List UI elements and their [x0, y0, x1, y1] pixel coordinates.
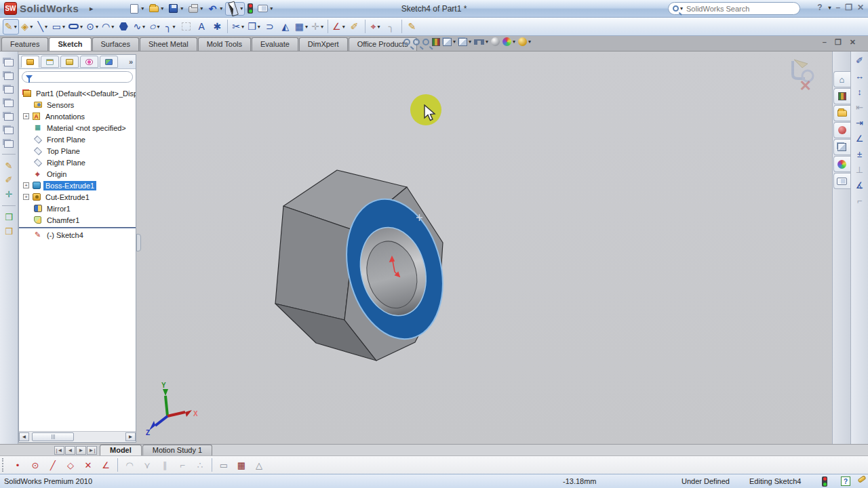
baseline-dimension-icon[interactable]: ⇤: [856, 102, 863, 115]
edit-appearance-button[interactable]: [491, 37, 500, 46]
horizontal-vertical-snap-icon[interactable]: ⌐: [174, 458, 191, 472]
dropdown-arrow[interactable]: ▾: [513, 39, 515, 45]
quick-tips-help-icon[interactable]: ?: [841, 476, 850, 486]
save-button[interactable]: ▾: [166, 2, 184, 16]
bottom-view-icon[interactable]: [4, 140, 14, 148]
new-document-button[interactable]: ▾: [127, 2, 145, 16]
mirror-entities-button[interactable]: ◭: [278, 19, 293, 35]
pattern-ghost-button[interactable]: [178, 19, 193, 35]
dropdown-arrow[interactable]: ▾: [30, 24, 33, 30]
undo-button[interactable]: ↶▾: [205, 2, 224, 16]
left-view-icon[interactable]: [4, 100, 14, 107]
tabs-overflow-icon[interactable]: »: [129, 58, 133, 66]
tree-horizontal-scrollbar[interactable]: ◄ ►: [19, 431, 136, 441]
previous-tab-button[interactable]: ◄: [65, 446, 75, 455]
close-button[interactable]: ✕: [857, 3, 864, 12]
tree-item-boss-extrude1[interactable]: +Boss-Extrude1: [19, 180, 136, 191]
chamfer-dimension-icon[interactable]: ⌐: [857, 196, 863, 209]
isometric-view-icon[interactable]: [4, 59, 14, 66]
rectangle-button[interactable]: ▭▾: [51, 19, 66, 35]
relations-icon[interactable]: ✛: [5, 189, 13, 199]
cancel-sketch-icon[interactable]: ✕: [800, 77, 812, 95]
fillet-button[interactable]: ╮▾: [163, 19, 178, 35]
tree-item-origin[interactable]: ⌖Origin: [19, 168, 136, 180]
dropdown-arrow[interactable]: ▾: [378, 24, 380, 30]
ellipse-button[interactable]: ○▾: [147, 19, 162, 35]
angle-snap-icon[interactable]: ∠: [98, 458, 114, 472]
tab-dimxpertmanager[interactable]: [80, 56, 98, 68]
repair-sketch-button[interactable]: ✐: [347, 19, 362, 35]
arc-button[interactable]: ◠▾: [100, 19, 115, 35]
rapid-sketch-button[interactable]: ✎: [405, 19, 420, 35]
help-button[interactable]: ?: [817, 3, 822, 12]
dropdown-arrow[interactable]: ▾: [141, 5, 144, 12]
ordinate-dimension-icon[interactable]: ⇥: [856, 118, 863, 131]
display-style-button[interactable]: ▾: [458, 38, 471, 46]
angular-dimension-icon[interactable]: ∡: [856, 180, 864, 193]
restore-button[interactable]: ❐: [845, 3, 852, 12]
dropdown-arrow[interactable]: ▾: [96, 24, 98, 30]
scrollbar-thumb[interactable]: [32, 432, 74, 441]
print-button[interactable]: ▾: [186, 2, 204, 16]
options-button[interactable]: ▾: [256, 2, 274, 16]
dropdown-arrow[interactable]: ▾: [305, 24, 308, 30]
dropdown-arrow[interactable]: ▾: [180, 5, 183, 12]
search-input[interactable]: [686, 5, 795, 13]
smart-dimension-button[interactable]: ◈▾: [20, 19, 35, 35]
rollback-bar[interactable]: [19, 227, 136, 228]
zoom-to-fit-button[interactable]: [403, 39, 410, 45]
dropdown-arrow[interactable]: ▾: [321, 24, 323, 30]
doc-close-button[interactable]: ✕: [850, 38, 856, 47]
add-relation-icon[interactable]: ✐: [5, 175, 13, 185]
slot-button[interactable]: ▾: [67, 19, 84, 35]
tree-item-mirror1[interactable]: Mirror1: [19, 203, 136, 214]
back-view-icon[interactable]: [4, 86, 14, 94]
dropdown-arrow[interactable]: ▾: [111, 24, 114, 30]
menu-expand-icon[interactable]: ►: [83, 4, 100, 14]
display-relations-button[interactable]: ∠▾: [331, 19, 347, 35]
parallel-snap-icon[interactable]: ∥: [157, 458, 173, 472]
line-button[interactable]: ╲▾: [35, 19, 50, 35]
doc-restore-button[interactable]: ❐: [835, 38, 842, 47]
tab-mold-tools[interactable]: Mold Tools: [198, 37, 251, 51]
tab-propertymanager[interactable]: [41, 56, 59, 68]
tab-configurationmanager[interactable]: [60, 56, 79, 68]
tab-surfaces[interactable]: Surfaces: [92, 37, 139, 51]
tree-item-part[interactable]: Part1 (Default<<Default>_Disp: [19, 87, 136, 99]
help-dropdown-arrow[interactable]: ▾: [828, 5, 831, 11]
tab-sheet-metal[interactable]: Sheet Metal: [140, 37, 197, 51]
dropdown-arrow[interactable]: ▾: [342, 24, 345, 30]
tree-item-right-plane[interactable]: Right Plane: [19, 157, 136, 168]
sketch-button[interactable]: ✎▾: [3, 19, 19, 35]
tree-item-material[interactable]: ≣Material <not specified>: [19, 122, 136, 134]
design-library-icon[interactable]: [833, 88, 850, 104]
apply-scene-button[interactable]: ▾: [518, 37, 531, 46]
dropdown-arrow[interactable]: ▾: [62, 24, 65, 30]
search-scope-arrow[interactable]: ▾: [680, 5, 683, 12]
angle-dimension-icon[interactable]: ∠: [856, 134, 864, 146]
point-button[interactable]: ✱: [210, 19, 224, 35]
edit-sketch-icon[interactable]: ✎: [5, 161, 13, 171]
point-snap-icon[interactable]: •: [9, 458, 26, 472]
no-solve-move-button[interactable]: ╮: [384, 19, 399, 35]
search-box[interactable]: ▾: [668, 2, 800, 15]
rebuild-button[interactable]: [246, 2, 254, 16]
expand-icon[interactable]: +: [23, 194, 29, 200]
hex-nut-model[interactable]: [264, 163, 461, 366]
tag-icon[interactable]: [857, 475, 866, 483]
previous-view-button[interactable]: [422, 39, 429, 45]
zoom-to-area-button[interactable]: [413, 39, 420, 45]
tree-filter-input[interactable]: [35, 73, 129, 81]
datum-icon[interactable]: ⊥: [856, 165, 863, 178]
vertical-dimension-icon[interactable]: ↕: [857, 87, 862, 100]
search-pane-icon[interactable]: [833, 122, 850, 138]
spline-button[interactable]: ∿▾: [132, 19, 146, 35]
solidworks-resources-home-icon[interactable]: ⌂: [833, 71, 850, 87]
first-tab-button[interactable]: |◄: [54, 446, 64, 455]
open-button[interactable]: ▾: [146, 2, 165, 16]
polygon-button[interactable]: [116, 19, 131, 35]
dropdown-arrow[interactable]: ▾: [270, 5, 273, 12]
trim-entities-button[interactable]: ✂▾: [231, 19, 245, 35]
dropdown-arrow[interactable]: ▾: [258, 24, 260, 30]
tree-item-annotations[interactable]: +AAnnotations: [19, 110, 136, 122]
